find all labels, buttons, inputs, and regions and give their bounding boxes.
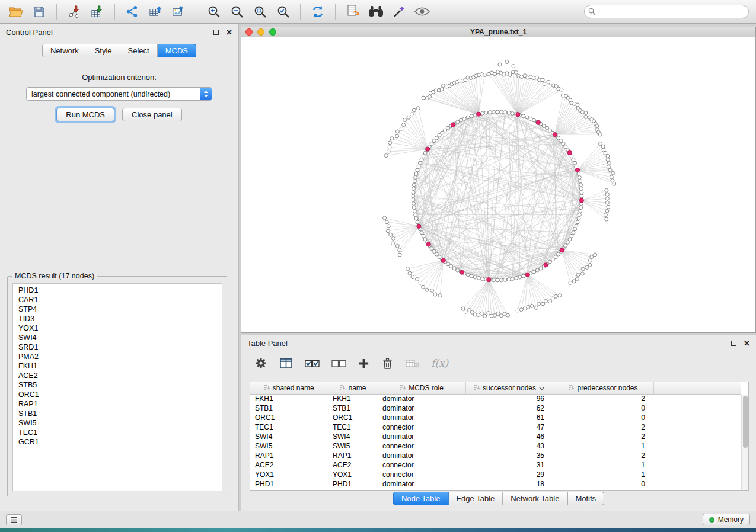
cell-shared_name: ACE2 [250, 460, 328, 470]
cell-empty [653, 422, 741, 432]
column-header-name[interactable]: name [328, 382, 378, 394]
scrollbar-thumb[interactable] [743, 396, 748, 448]
table-row[interactable]: ORC1ORC1dominator610 [250, 413, 741, 422]
network-window-titlebar[interactable]: YPA_prune.txt_1 [241, 27, 755, 37]
cell-shared_name: TEC1 [250, 422, 328, 432]
column-header-mcds-role[interactable]: MCDS role [378, 382, 465, 394]
mcds-node-item[interactable]: SWI4 [13, 333, 222, 342]
add-column-plus-icon[interactable] [358, 358, 369, 369]
mcds-node-item[interactable]: STP4 [13, 305, 222, 314]
table-scrollbar[interactable] [741, 395, 748, 490]
mcds-node-item[interactable]: STB1 [13, 409, 222, 418]
sort-icon [474, 384, 480, 392]
mcds-node-item[interactable]: GCR1 [13, 437, 222, 447]
table-row[interactable]: RAP1RAP1dominator352 [250, 451, 741, 460]
cell-name: PHD1 [328, 479, 378, 489]
select-all-icon[interactable] [305, 358, 320, 368]
search-input[interactable] [584, 5, 749, 18]
mcds-node-item[interactable]: ACE2 [13, 371, 222, 380]
table-row[interactable]: SWI5SWI5connector431 [250, 441, 741, 451]
table-row[interactable]: TEC1TEC1connector472 [250, 422, 741, 432]
mcds-node-item[interactable]: PMA2 [13, 352, 222, 361]
eye-icon[interactable] [414, 7, 430, 17]
open-file-icon[interactable] [9, 6, 23, 18]
mcds-node-item[interactable]: FKH1 [13, 361, 222, 371]
main-toolbar [0, 0, 756, 24]
table-row[interactable]: YOX1YOX1connector291 [250, 470, 741, 479]
tab-style[interactable]: Style [87, 44, 120, 57]
column-header-successor-nodes[interactable]: successor nodes [465, 382, 553, 394]
tab-motifs[interactable]: Motifs [567, 492, 604, 505]
deselect-all-icon[interactable] [331, 358, 346, 368]
cell-empty [653, 432, 741, 441]
cell-role: connector [378, 470, 465, 479]
memory-button[interactable]: Memory [703, 514, 750, 525]
table-row[interactable]: PHD1PHD1dominator180 [250, 479, 741, 489]
mcds-node-item[interactable]: YOX1 [13, 323, 222, 333]
optimization-select[interactable]: largest connected component (undirected) [26, 87, 212, 101]
cell-successors: 35 [465, 451, 553, 460]
column-header-predecessor-nodes[interactable]: predecessor nodes [553, 382, 653, 394]
delete-column-trash-icon[interactable] [381, 357, 394, 370]
mcds-node-item[interactable]: TEC1 [13, 428, 222, 437]
sort-icon [339, 384, 345, 392]
tab-select[interactable]: Select [120, 44, 158, 57]
mcds-node-item[interactable]: PHD1 [13, 286, 222, 295]
run-mcds-button[interactable]: Run MCDS [56, 108, 114, 121]
right-pane: YPA_prune.txt_1 Table Panel ✕ f(x) [241, 24, 756, 511]
mcds-node-item[interactable]: SWI5 [13, 418, 222, 428]
export-network-icon[interactable] [126, 5, 139, 18]
tab-edge-table[interactable]: Edge Table [448, 492, 503, 505]
zoom-fit-icon[interactable] [253, 5, 267, 18]
table-row[interactable]: STB1STB1dominator620 [250, 403, 741, 413]
table-settings-gear-icon[interactable] [254, 357, 267, 370]
panel-menu-button[interactable] [6, 514, 22, 525]
float-table-panel-icon[interactable] [731, 341, 736, 346]
export-image-icon[interactable] [172, 5, 186, 18]
mcds-node-item[interactable]: ORC1 [13, 390, 222, 399]
mcds-node-item[interactable]: SRD1 [13, 342, 222, 352]
close-table-panel-icon[interactable]: ✕ [744, 339, 750, 347]
cell-name: FKH1 [328, 394, 378, 403]
mcds-node-item[interactable]: STB5 [13, 380, 222, 390]
cell-role: connector [378, 460, 465, 470]
cell-name: TEC1 [328, 422, 378, 432]
table-row[interactable]: ACE2ACE2connector311 [250, 460, 741, 470]
cell-empty [653, 451, 741, 460]
refresh-icon[interactable] [311, 5, 325, 19]
zoom-in-icon[interactable] [207, 5, 221, 18]
column-header-shared-name[interactable]: shared name [250, 382, 328, 394]
table-row[interactable]: FKH1FKH1dominator962 [250, 394, 741, 403]
mcds-node-item[interactable]: TID3 [13, 314, 222, 323]
table-toolbar: f(x) [248, 351, 749, 375]
zoom-selected-icon[interactable] [276, 5, 290, 18]
close-panel-icon[interactable]: ✕ [226, 28, 232, 36]
search-network-binoculars-icon[interactable] [368, 5, 384, 18]
share-document-icon[interactable] [346, 5, 359, 18]
table-panel: Table Panel ✕ f(x) shared namenameMCDS r… [241, 335, 756, 511]
show-columns-icon[interactable] [279, 357, 293, 370]
import-table-icon[interactable] [91, 5, 104, 18]
tab-node-table[interactable]: Node Table [393, 492, 449, 505]
tab-network[interactable]: Network [42, 44, 87, 57]
cell-role: dominator [378, 432, 465, 441]
mcds-result-list[interactable]: PHD1CAR1STP4TID3YOX1SWI4SRD1PMA2FKH1ACE2… [12, 283, 222, 491]
cell-predecessors: 0 [553, 479, 653, 489]
zoom-out-icon[interactable] [230, 5, 244, 18]
style-wand-icon[interactable] [393, 5, 406, 18]
node-table: shared namenameMCDS rolesuccessor nodesp… [250, 382, 741, 489]
network-canvas[interactable] [241, 37, 755, 332]
float-panel-icon[interactable] [213, 30, 219, 35]
tab-mcds[interactable]: MCDS [158, 44, 196, 57]
mcds-result-title: MCDS result (17 nodes) [12, 272, 97, 280]
mcds-node-item[interactable]: CAR1 [13, 295, 222, 305]
mcds-node-item[interactable]: RAP1 [13, 399, 222, 409]
close-panel-button[interactable]: Close panel [122, 108, 182, 121]
tab-network-table[interactable]: Network Table [503, 492, 567, 505]
network-window: YPA_prune.txt_1 [241, 27, 756, 333]
table-row[interactable]: SWI4SWI4dominator462 [250, 432, 741, 441]
import-network-icon[interactable] [68, 5, 81, 18]
chevron-down-icon[interactable] [539, 384, 544, 392]
save-icon[interactable] [33, 6, 45, 18]
export-table-icon[interactable] [149, 5, 162, 18]
